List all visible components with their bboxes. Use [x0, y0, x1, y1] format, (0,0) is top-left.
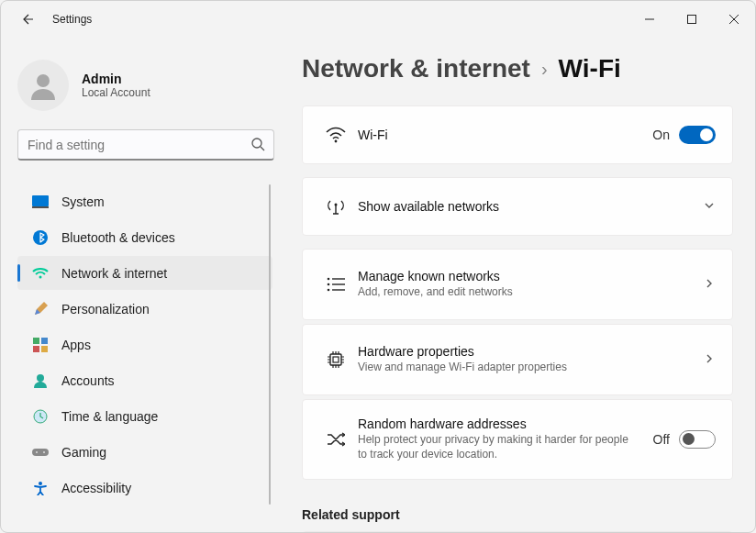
wifi-card[interactable]: Wi-Fi On [302, 105, 733, 164]
clock-icon [28, 409, 52, 424]
card-title: Random hardware addresses [358, 416, 653, 431]
svg-rect-13 [33, 346, 39, 352]
sidebar-item-accounts[interactable]: Accounts [17, 363, 272, 397]
svg-point-5 [252, 139, 261, 148]
hardware-properties-card[interactable]: Hardware properties View and manage Wi-F… [302, 324, 733, 395]
sidebar-item-time[interactable]: Time & language [17, 399, 272, 433]
svg-rect-14 [41, 346, 48, 352]
svg-point-21 [335, 140, 338, 143]
svg-line-6 [261, 147, 264, 150]
chip-icon [319, 350, 352, 369]
titlebar: Settings [1, 1, 755, 38]
sidebar-item-label: Accessibility [61, 481, 131, 495]
avatar [17, 60, 69, 111]
card-title: Hardware properties [358, 344, 703, 359]
svg-rect-1 [688, 16, 696, 24]
search-input[interactable] [17, 129, 274, 161]
bluetooth-icon [28, 230, 52, 245]
close-button[interactable] [713, 1, 755, 38]
sidebar-item-network[interactable]: Network & internet [17, 256, 272, 290]
user-sub: Local Account [82, 86, 150, 99]
antenna-icon [319, 197, 352, 216]
user-name: Admin [82, 72, 150, 86]
svg-point-15 [37, 374, 44, 382]
apps-icon [28, 338, 52, 352]
svg-point-23 [328, 278, 330, 281]
accessibility-icon [28, 481, 52, 495]
svg-rect-29 [330, 354, 341, 365]
sidebar-item-label: Apps [61, 338, 91, 352]
svg-rect-30 [333, 357, 339, 362]
wifi-toggle[interactable] [679, 126, 716, 144]
list-icon [319, 277, 352, 292]
minimize-button[interactable] [628, 1, 671, 38]
chevron-right-icon: › [541, 59, 548, 80]
sidebar-item-label: Personalization [61, 302, 150, 316]
chevron-right-icon [703, 277, 716, 293]
sidebar-item-apps[interactable]: Apps [17, 328, 272, 361]
svg-rect-7 [32, 195, 49, 206]
sidebar-item-label: Bluetooth & devices [61, 230, 175, 245]
main-panel: Network & internet › Wi-Fi Wi-Fi On Show… [276, 38, 755, 532]
sidebar: Admin Local Account System Bluetooth & d… [1, 38, 276, 532]
svg-point-10 [39, 275, 42, 278]
svg-rect-12 [41, 338, 48, 344]
sidebar-item-label: Gaming [61, 445, 106, 460]
svg-rect-17 [32, 449, 49, 456]
random-mac-toggle[interactable] [679, 430, 716, 449]
card-sub: View and manage Wi-Fi adapter properties [358, 361, 633, 375]
wifi-icon [319, 127, 352, 143]
sidebar-item-label: Time & language [61, 409, 158, 424]
accounts-icon [28, 373, 52, 388]
window-title: Settings [52, 13, 92, 26]
sidebar-item-personalization[interactable]: Personalization [17, 292, 272, 326]
related-support-card[interactable] [302, 531, 733, 532]
sidebar-item-bluetooth[interactable]: Bluetooth & devices [17, 220, 272, 254]
svg-point-4 [37, 74, 50, 87]
card-title: Manage known networks [358, 269, 703, 283]
svg-point-20 [39, 482, 42, 485]
show-networks-card[interactable]: Show available networks [302, 177, 733, 236]
random-mac-state-label: Off [653, 432, 670, 447]
card-sub: Add, remove, and edit networks [358, 285, 633, 300]
sidebar-item-label: Accounts [61, 373, 115, 388]
personalization-icon [28, 301, 52, 317]
window-controls [628, 1, 755, 38]
nav-scrollbar[interactable] [269, 184, 271, 505]
wifi-icon [28, 267, 52, 280]
sidebar-item-system[interactable]: System [17, 184, 272, 218]
breadcrumb-parent[interactable]: Network & internet [302, 54, 530, 83]
nav: System Bluetooth & devices Network & int… [17, 184, 272, 505]
breadcrumb: Network & internet › Wi-Fi [302, 54, 733, 83]
wifi-state-label: On [652, 128, 670, 142]
system-icon [28, 195, 52, 208]
search-icon [250, 137, 265, 155]
sidebar-item-label: Network & internet [61, 266, 167, 281]
card-sub: Help protect your privacy by making it h… [358, 433, 633, 461]
breadcrumb-current: Wi-Fi [559, 54, 621, 83]
svg-point-19 [43, 451, 45, 453]
svg-point-27 [328, 289, 330, 292]
svg-rect-8 [32, 206, 49, 208]
random-mac-card[interactable]: Random hardware addresses Help protect y… [302, 399, 733, 480]
card-title: Show available networks [358, 199, 703, 214]
sidebar-item-accessibility[interactable]: Accessibility [17, 471, 272, 505]
shuffle-icon [319, 432, 352, 447]
svg-point-18 [36, 451, 38, 453]
known-networks-card[interactable]: Manage known networks Add, remove, and e… [302, 249, 733, 320]
back-button[interactable] [14, 12, 39, 27]
maximize-button[interactable] [671, 1, 713, 38]
related-support-heading: Related support [302, 507, 733, 522]
chevron-right-icon [703, 352, 716, 368]
sidebar-item-gaming[interactable]: Gaming [17, 435, 272, 469]
svg-rect-11 [33, 338, 39, 344]
sidebar-item-label: System [61, 194, 105, 209]
search-wrap [17, 129, 274, 161]
user-info[interactable]: Admin Local Account [17, 38, 272, 129]
chevron-down-icon [703, 199, 716, 215]
svg-point-25 [328, 283, 330, 286]
gaming-icon [28, 447, 52, 458]
card-title: Wi-Fi [358, 128, 652, 142]
